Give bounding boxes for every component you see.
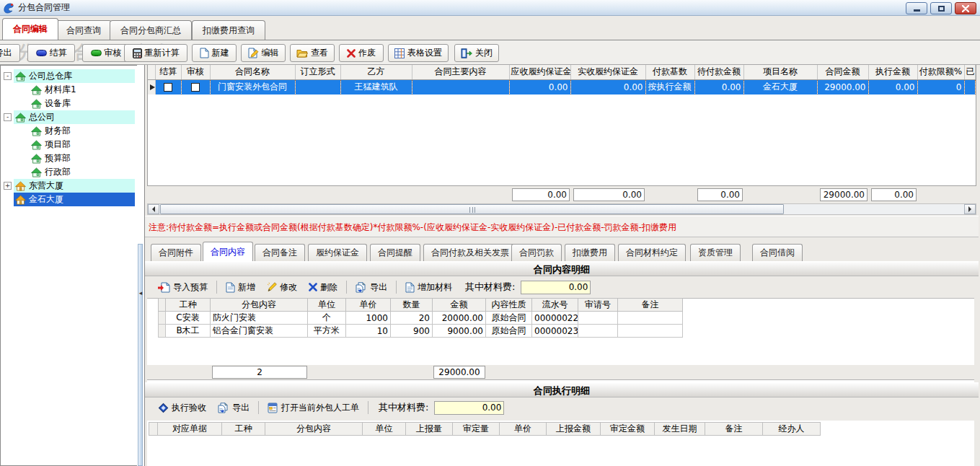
collapse-panel-arrow-icon[interactable]: ◂ [138, 285, 144, 301]
tab-contract-content[interactable]: 合同内容 [203, 242, 253, 261]
edit-button[interactable]: 编辑 [241, 44, 286, 62]
modify-row-button[interactable]: 修改 [264, 280, 300, 295]
settle-button[interactable]: 结算 [27, 44, 75, 62]
column-header-content-nature[interactable]: 内容性质 [486, 299, 532, 312]
material-fee-input[interactable] [521, 281, 591, 294]
content-row[interactable]: B木工 铝合金门窗安装 平方米 10 900 9000.00 原始合同 0000… [159, 325, 683, 338]
column-header-unit[interactable]: 单位 [308, 299, 346, 312]
expand-icon[interactable]: + [4, 182, 12, 190]
collapse-icon[interactable]: - [4, 113, 12, 121]
close-window-button[interactable]: 关闭 [454, 44, 499, 62]
tree-node-finance-dept[interactable]: 财务部 [1, 124, 136, 138]
maximize-button[interactable] [930, 2, 952, 14]
column-header-receivable-deposit[interactable]: 应收履约保证金 [509, 65, 570, 79]
column-header-payment-limit[interactable]: 付款限额% [917, 65, 964, 79]
column-header-occur-date[interactable]: 发生日期 [655, 423, 705, 436]
column-header-contract-name[interactable]: 合同名称 [210, 65, 295, 79]
tab-contract-attachment[interactable]: 合同附件 [151, 244, 201, 261]
collapse-icon[interactable]: - [4, 72, 12, 80]
tree-node-jinshi-building[interactable]: 金石大厦 [1, 193, 136, 206]
column-header-partial[interactable]: 已 [964, 65, 976, 79]
column-header-project-name[interactable]: 项目名称 [743, 65, 817, 79]
tree-node-material-store1[interactable]: 材料库1 [1, 83, 136, 97]
column-header-contract-amount[interactable]: 合同金额 [817, 65, 868, 79]
column-header-approved-qty[interactable]: 审定量 [453, 423, 500, 436]
add-row-button[interactable]: 新增 [223, 280, 258, 295]
tab-contract-borrow[interactable]: 合同借阅 [752, 244, 803, 261]
column-header-reported-amount[interactable]: 上报金额 [547, 423, 601, 436]
scroll-right-button[interactable] [964, 204, 976, 214]
tree-node-project-dept[interactable]: 项目部 [1, 138, 136, 151]
column-header-amount[interactable]: 金额 [433, 299, 486, 312]
void-button[interactable]: 作废 [339, 44, 384, 62]
column-header-unit-price[interactable]: 单价 [500, 423, 547, 436]
minimize-button[interactable] [906, 2, 927, 14]
column-header-executed-amount[interactable]: 执行金额 [868, 65, 917, 79]
column-header-party-b[interactable]: 乙方 [340, 65, 412, 79]
tree-node-budget-dept[interactable]: 预算部 [1, 151, 136, 165]
column-header-handler[interactable]: 经办人 [763, 423, 821, 436]
tab-withholding-query[interactable]: 扣缴费用查询 [192, 20, 265, 40]
column-header-work-type[interactable]: 工种 [222, 423, 265, 436]
audit-button[interactable]: 审核 [82, 44, 130, 62]
import-budget-button[interactable]: 导入预算 [155, 280, 211, 295]
export-execution-button[interactable]: 导出 [215, 400, 252, 416]
tab-material-agreement[interactable]: 合同材料约定 [618, 244, 686, 261]
tab-contract-penalty[interactable]: 合同罚款 [511, 244, 562, 261]
column-header-sub-content[interactable]: 分包内容 [211, 299, 308, 312]
column-header-form[interactable]: 订立形式 [295, 65, 340, 79]
content-row[interactable]: C安装 防火门安装 个 1000 20 20000.00 原始合同 000000… [159, 312, 683, 325]
column-header-audit[interactable]: 审核 [181, 65, 210, 79]
scroll-left-button[interactable] [148, 204, 159, 214]
contract-row[interactable]: 门窗安装外包合同 王猛建筑队 0.00 0.00 按执行金额 0.00 金石大厦… [148, 79, 976, 94]
tab-contract-edit[interactable]: 合同编辑 [2, 18, 58, 40]
material-fee-input[interactable] [434, 401, 504, 415]
column-header-unit-price[interactable]: 单价 [346, 299, 391, 312]
open-outsourcing-worksheet-button[interactable]: 打开当前外包人工单 [265, 400, 362, 416]
new-button[interactable]: 新建 [192, 44, 237, 62]
column-header-payment-base[interactable]: 付款基数 [645, 65, 694, 79]
close-button[interactable] [955, 2, 976, 14]
column-header-related-doc[interactable]: 对应单据 [158, 423, 222, 436]
tree-node-admin-dept[interactable]: 行政部 [1, 165, 136, 179]
column-header-request-no[interactable]: 审请号 [578, 299, 618, 312]
tab-subcontractor-summary[interactable]: 合同分包商汇总 [110, 20, 192, 40]
column-header-received-deposit[interactable]: 实收履约保证金 [570, 65, 645, 79]
export-button[interactable]: 导出 [0, 44, 20, 62]
scrollbar-thumb[interactable] [160, 204, 784, 214]
column-header-work-type[interactable]: 工种 [166, 299, 211, 312]
tree-node-dongying-building[interactable]: + 东营大厦 [1, 179, 136, 193]
tab-contract-remark[interactable]: 合同备注 [255, 244, 305, 261]
tab-contract-query[interactable]: 合同查询 [56, 20, 112, 40]
column-header-unit[interactable]: 单位 [363, 423, 406, 436]
column-header-main-content[interactable]: 合同主要内容 [412, 65, 509, 79]
column-header-quantity[interactable]: 数量 [391, 299, 433, 312]
export-content-button[interactable]: 导出 [353, 280, 390, 295]
column-header-sub-content[interactable]: 分包内容 [265, 423, 363, 436]
audit-checkbox[interactable] [191, 83, 200, 92]
tab-contract-reminder[interactable]: 合同提醒 [370, 244, 420, 261]
column-header-serial-no[interactable]: 流水号 [532, 299, 578, 312]
view-button[interactable]: 查看 [290, 44, 335, 62]
recalculate-button[interactable]: 重新计算 [124, 44, 187, 62]
panel-splitter[interactable]: ◂ [137, 65, 144, 466]
column-header-remark[interactable]: 备注 [705, 423, 763, 436]
tab-withholding-fee[interactable]: 扣缴费用 [565, 244, 615, 261]
settle-checkbox[interactable] [164, 83, 172, 92]
column-header-reported-qty[interactable]: 上报量 [406, 423, 453, 436]
tree-node-head-office[interactable]: - 总公司 [1, 110, 136, 124]
grid-horizontal-scrollbar[interactable] [147, 203, 976, 215]
tab-qualification[interactable]: 资质管理 [690, 244, 741, 261]
tab-payment-invoices[interactable]: 合同付款及相关发票 [423, 244, 517, 261]
table-settings-button[interactable]: 表格设置 [388, 44, 449, 62]
column-header-remark[interactable]: 备注 [618, 299, 683, 312]
delete-row-button[interactable]: 删除 [306, 280, 340, 295]
tree-node-company-warehouse[interactable]: - 公司总仓库 [1, 69, 136, 83]
column-header-pending-payment[interactable]: 待付款金额 [694, 65, 743, 79]
column-header-settle[interactable]: 结算 [155, 65, 181, 79]
tab-performance-bond[interactable]: 履约保证金 [308, 244, 367, 261]
add-material-button[interactable]: 增加材料 [402, 280, 455, 295]
tree-node-equipment-store[interactable]: 设备库 [1, 97, 136, 110]
execute-acceptance-button[interactable]: 执行验收 [155, 400, 209, 416]
column-header-approved-amount[interactable]: 审定金额 [601, 423, 655, 436]
